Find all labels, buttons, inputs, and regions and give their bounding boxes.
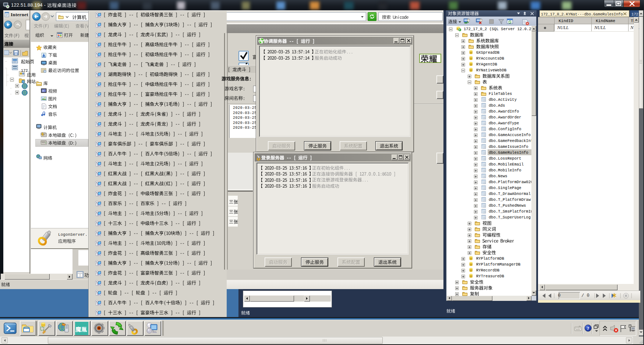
svg-text:?: ? [587, 326, 590, 331]
